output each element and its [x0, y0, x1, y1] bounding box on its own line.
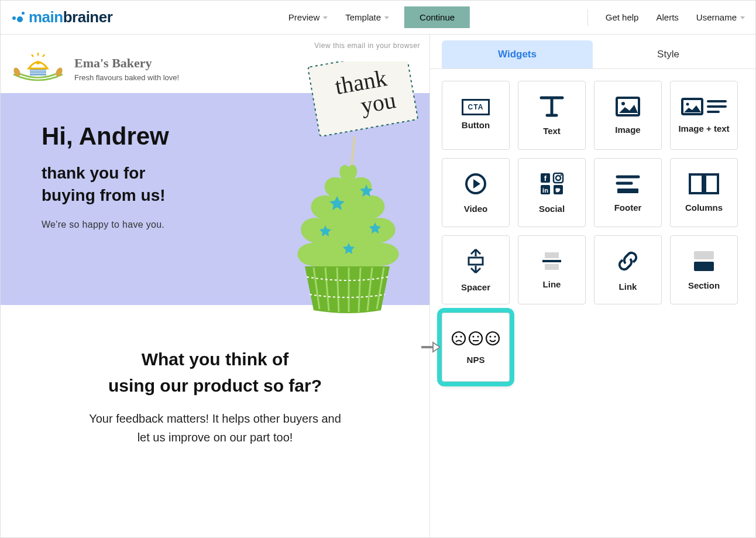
- spacer-icon: [464, 248, 487, 274]
- svg-rect-45: [469, 258, 483, 265]
- username-label: Username: [696, 12, 737, 22]
- svg-rect-48: [545, 264, 559, 270]
- brand-text-b: brainer: [63, 8, 113, 26]
- preview-menu[interactable]: Preview: [286, 8, 330, 27]
- image-text-icon: [681, 98, 727, 115]
- svg-point-57: [460, 335, 462, 337]
- tab-style[interactable]: Style: [593, 40, 744, 68]
- get-help-link[interactable]: Get help: [606, 12, 639, 22]
- columns-icon: [688, 173, 720, 194]
- chevron-down-icon: [323, 16, 328, 19]
- widget-image-text[interactable]: Image + text: [670, 81, 738, 150]
- chevron-down-icon: [740, 16, 745, 19]
- svg-point-26: [686, 102, 689, 105]
- feedback-body-line1: Your feedback matters! It helps other bu…: [89, 412, 341, 425]
- svg-point-24: [621, 102, 625, 105]
- widget-social[interactable]: f in Social: [518, 158, 586, 227]
- app-root: mainbrainer Preview Template Continue Ge…: [0, 0, 756, 538]
- svg-rect-43: [690, 174, 703, 193]
- svg-line-8: [43, 54, 44, 57]
- widget-label: Text: [543, 126, 561, 136]
- arrow-right-icon: [420, 341, 440, 354]
- brand-logo[interactable]: mainbrainer: [11, 8, 112, 26]
- cta-icon: CTA: [462, 101, 490, 112]
- hero-subhead-line1: thank you for: [42, 164, 145, 182]
- svg-point-36: [561, 174, 562, 176]
- svg-rect-2: [30, 68, 46, 76]
- tab-widgets[interactable]: Widgets: [442, 40, 593, 68]
- username-menu[interactable]: Username: [696, 12, 745, 22]
- cupcake-illustration: thank you: [267, 61, 425, 313]
- svg-point-55: [486, 332, 499, 345]
- feedback-heading: What you think of using our product so f…: [24, 346, 406, 399]
- svg-text:in: in: [542, 187, 548, 194]
- bakery-subtitle: Fresh flavours baked with love!: [74, 73, 179, 82]
- image-icon: [616, 97, 640, 116]
- widget-section[interactable]: Section: [670, 235, 738, 304]
- feedback-body: Your feedback matters! It helps other bu…: [51, 409, 379, 447]
- svg-rect-49: [694, 251, 714, 259]
- main-area: View this email in your browser: [1, 35, 755, 537]
- widget-label: Footer: [614, 203, 642, 213]
- bakery-text: Ema's Bakery Fresh flavours baked with l…: [74, 56, 179, 82]
- widget-label: Image: [615, 125, 640, 135]
- brand-text: mainbrainer: [29, 8, 112, 26]
- svg-point-61: [494, 335, 496, 337]
- continue-button[interactable]: Continue: [404, 6, 470, 28]
- svg-marker-31: [473, 179, 480, 189]
- widget-text[interactable]: Text: [518, 81, 586, 150]
- widget-label: Spacer: [461, 282, 490, 292]
- svg-point-5: [36, 61, 40, 64]
- panel-tabs: Widgets Style: [430, 35, 755, 69]
- widget-label: Social: [539, 204, 565, 214]
- widget-footer[interactable]: Footer: [594, 158, 662, 227]
- widget-label: Section: [688, 280, 720, 290]
- widget-spacer[interactable]: Spacer: [442, 235, 510, 304]
- divider: [587, 9, 588, 26]
- feedback-heading-line2: using our product so far?: [108, 376, 322, 395]
- feedback-section: What you think of using our product so f…: [1, 305, 429, 447]
- widget-nps[interactable]: NPS: [442, 313, 510, 382]
- top-right-menu: Get help Alerts Username: [587, 9, 745, 26]
- svg-point-53: [452, 332, 465, 345]
- svg-rect-46: [545, 252, 559, 258]
- social-icon: f in: [538, 172, 565, 196]
- hero-subhead-line2: buying from us!: [42, 186, 166, 204]
- email-canvas[interactable]: View this email in your browser: [1, 35, 430, 537]
- bakery-title: Ema's Bakery: [74, 56, 179, 71]
- text-icon: [539, 95, 565, 118]
- footer-icon: [614, 173, 642, 194]
- feedback-heading-line1: What you think of: [142, 349, 289, 369]
- section-icon: [690, 250, 717, 272]
- widget-line[interactable]: Line: [518, 235, 586, 304]
- widget-label: Line: [543, 279, 561, 289]
- svg-rect-50: [694, 262, 714, 271]
- video-icon: [464, 172, 487, 196]
- widget-label: NPS: [467, 355, 485, 365]
- brand-text-a: main: [29, 8, 63, 26]
- svg-point-60: [489, 335, 491, 337]
- widget-label: Button: [462, 120, 490, 130]
- widget-link[interactable]: Link: [594, 235, 662, 304]
- svg-text:f: f: [544, 174, 547, 183]
- widget-label: Columns: [685, 203, 723, 213]
- svg-point-35: [556, 176, 561, 180]
- widget-columns[interactable]: Columns: [670, 158, 738, 227]
- widget-label: Video: [464, 204, 488, 214]
- widget-button[interactable]: CTA Button: [442, 81, 510, 150]
- template-label: Template: [345, 12, 381, 22]
- svg-point-59: [477, 335, 479, 337]
- feedback-body-line2: let us improve on our part too!: [138, 431, 293, 444]
- template-menu[interactable]: Template: [343, 8, 391, 27]
- svg-point-0: [12, 67, 22, 78]
- alerts-link[interactable]: Alerts: [656, 12, 678, 22]
- brand-dots-icon: [11, 11, 25, 25]
- svg-point-1: [54, 67, 64, 78]
- top-center-menu: Preview Template Continue: [286, 6, 470, 28]
- svg-point-58: [472, 335, 474, 337]
- svg-point-54: [469, 332, 482, 345]
- widget-image[interactable]: Image: [594, 81, 662, 150]
- widgets-grid: CTA Button Text Image: [430, 69, 755, 393]
- view-in-browser-link[interactable]: View this email in your browser: [1, 35, 429, 50]
- widget-video[interactable]: Video: [442, 158, 510, 227]
